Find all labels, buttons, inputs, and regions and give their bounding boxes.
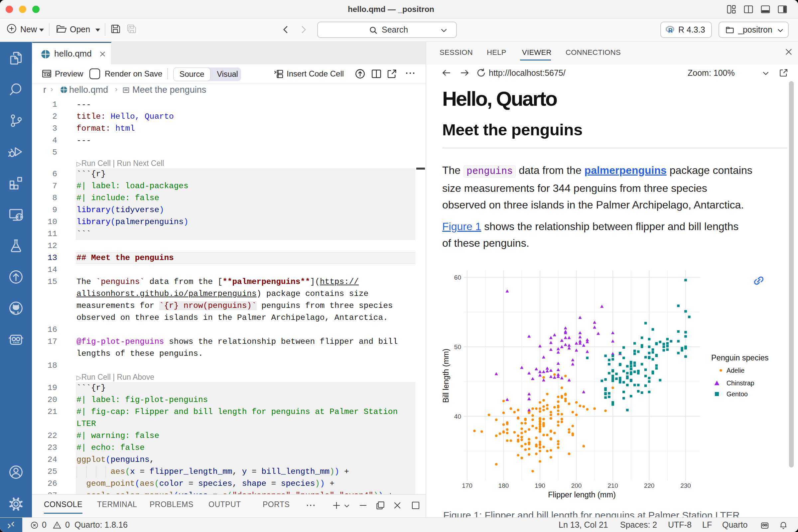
svg-text:180: 180 (498, 482, 509, 489)
svg-text:200: 200 (571, 482, 582, 489)
svg-text:Flipper length (mm): Flipper length (mm) (548, 491, 616, 499)
svg-text:220: 220 (644, 482, 655, 489)
svg-text:190: 190 (535, 482, 545, 489)
svg-text:40: 40 (454, 413, 461, 420)
svg-text:210: 210 (607, 482, 618, 489)
svg-text:Adelie: Adelie (726, 367, 744, 374)
svg-text:50: 50 (454, 343, 461, 350)
svg-text:Chinstrap: Chinstrap (726, 379, 755, 387)
svg-text:230: 230 (680, 482, 691, 489)
svg-text:170: 170 (462, 482, 473, 489)
svg-text:Penguin species: Penguin species (711, 354, 768, 362)
svg-text:60: 60 (454, 274, 461, 281)
svg-text:Bill length (mm): Bill length (mm) (441, 348, 450, 403)
svg-text:R: R (668, 27, 673, 34)
svg-text:Gentoo: Gentoo (726, 391, 748, 398)
